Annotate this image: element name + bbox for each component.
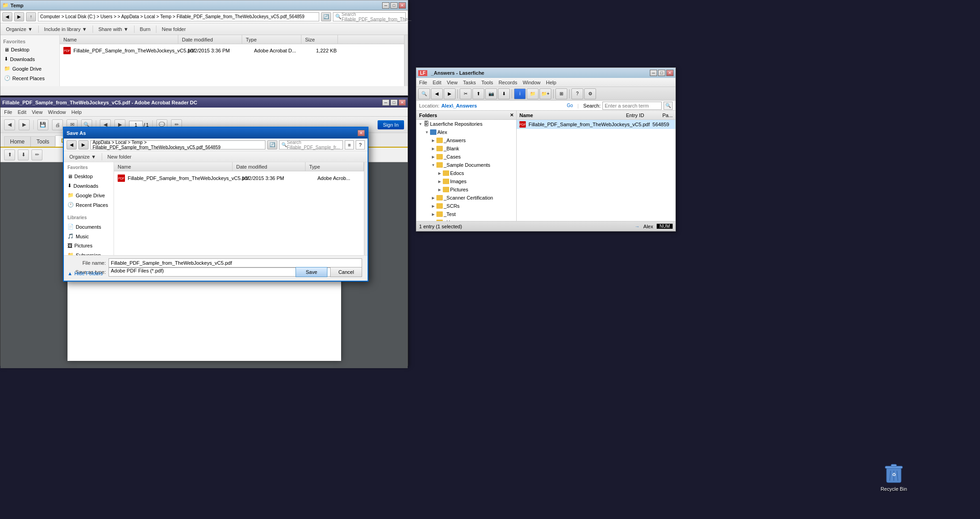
- lf-help-btn[interactable]: ?: [571, 88, 583, 99]
- dialog-sidebar-pictures[interactable]: 🖼 Pictures: [64, 241, 114, 250]
- dialog-sidebar-subversion[interactable]: 📁 Subversion: [64, 250, 114, 255]
- dialog-file-item[interactable]: PDF Fillable_PDF_Sample_from_TheWebJocke…: [116, 173, 362, 183]
- menu-help[interactable]: Help: [71, 109, 82, 115]
- lf-maximize-btn[interactable]: □: [658, 70, 665, 76]
- lf-images-item[interactable]: ▶ Images: [416, 177, 516, 185]
- lf-users-item[interactable]: ▶ _Users: [416, 218, 516, 221]
- burn-btn[interactable]: Burn: [138, 26, 152, 33]
- explorer-scrollbar[interactable]: [404, 35, 408, 86]
- lf-search-go-btn[interactable]: 🔍: [664, 102, 673, 110]
- lf-scanner-item[interactable]: ▶ _Scanner Certification: [416, 194, 516, 202]
- lf-folders-close-btn[interactable]: ✕: [510, 113, 513, 118]
- lf-search-btn[interactable]: 🔍: [418, 88, 430, 99]
- tab-home[interactable]: Home: [4, 136, 31, 147]
- lf-go-btn[interactable]: Go: [567, 103, 573, 108]
- menu-file[interactable]: File: [4, 109, 12, 115]
- dialog-cancel-btn[interactable]: Cancel: [330, 267, 362, 277]
- lf-repo-item[interactable]: ▼ 🗄 Laserfiche Repositories: [416, 120, 516, 128]
- lf-menu-tools[interactable]: Tools: [481, 80, 493, 85]
- dialog-organize-btn[interactable]: Organize ▼: [67, 153, 98, 160]
- sidebar-downloads[interactable]: ⬇ Downloads: [0, 54, 59, 64]
- dialog-refresh-btn[interactable]: 🔄: [267, 140, 277, 149]
- acrobat-close-btn[interactable]: ✕: [399, 99, 406, 106]
- file-item[interactable]: PDF Fillable_PDF_Sample_from_TheWebJocke…: [62, 46, 402, 55]
- explorer-up-btn[interactable]: ↑: [26, 12, 36, 21]
- sidebar-desktop[interactable]: 🖥 Desktop: [0, 45, 59, 54]
- explorer-forward-btn[interactable]: ▶: [14, 12, 24, 21]
- lf-content-file-item[interactable]: PDF Fillable_PDF_Sample_from_TheWebJocke…: [517, 120, 675, 129]
- explorer-refresh-btn[interactable]: 🔄: [321, 12, 331, 21]
- lf-info-btn[interactable]: i: [514, 88, 526, 99]
- lf-scrs-item[interactable]: ▶ _SCRs: [416, 202, 516, 210]
- dialog-back-btn[interactable]: ◀: [67, 140, 77, 149]
- dialog-forward-btn[interactable]: ▶: [78, 140, 88, 149]
- lf-export-btn[interactable]: 📷: [485, 88, 497, 99]
- dialog-help-btn[interactable]: ?: [356, 140, 365, 149]
- lf-forward-btn[interactable]: ▶: [444, 88, 456, 99]
- sidebar-recent-places[interactable]: 🕐 Recent Places: [0, 73, 59, 83]
- dialog-filename-input[interactable]: [109, 258, 362, 267]
- explorer-minimize-btn[interactable]: ─: [382, 2, 389, 9]
- include-library-btn[interactable]: Include in library ▼: [42, 26, 89, 33]
- dialog-scrollbar[interactable]: [364, 162, 368, 255]
- lf-menu-window[interactable]: Window: [523, 80, 540, 85]
- explorer-back-btn[interactable]: ◀: [2, 12, 12, 21]
- share-with-btn[interactable]: Share with ▼: [97, 26, 130, 33]
- dialog-sidebar-recent-places[interactable]: 🕐 Recent Places: [64, 200, 114, 210]
- hide-folders-btn[interactable]: ▲ Hide Folders: [67, 271, 103, 276]
- acrobat-minimize-btn[interactable]: ─: [382, 99, 389, 106]
- lf-sample-docs-item[interactable]: ▼ _Sample Documents: [416, 161, 516, 169]
- lf-download-btn[interactable]: ⬇: [498, 88, 510, 99]
- sidebar-google-drive[interactable]: 📁 Google Drive: [0, 64, 59, 73]
- subtoolbar-btn1[interactable]: ⬆: [4, 149, 15, 160]
- dialog-sidebar-desktop[interactable]: 🖥 Desktop: [64, 172, 114, 181]
- lf-search-input[interactable]: [602, 102, 662, 110]
- dialog-close-btn[interactable]: ✕: [358, 130, 365, 136]
- toolbar-forward-btn[interactable]: ▶: [19, 119, 30, 130]
- lf-menu-tasks[interactable]: Tasks: [463, 80, 476, 85]
- toolbar-print-btn[interactable]: 🖨: [52, 119, 63, 130]
- toolbar-save-btn[interactable]: 💾: [37, 119, 48, 130]
- explorer-maximize-btn[interactable]: □: [390, 2, 398, 9]
- menu-edit[interactable]: Edit: [18, 109, 26, 115]
- lf-menu-edit[interactable]: Edit: [433, 80, 441, 85]
- sign-in-button[interactable]: Sign In: [378, 120, 404, 129]
- lf-cases-item[interactable]: ▶ _Cases: [416, 153, 516, 161]
- dialog-save-btn[interactable]: Save: [296, 267, 327, 277]
- lf-folder-btn[interactable]: 📁: [527, 88, 539, 99]
- lf-menu-records[interactable]: Records: [498, 80, 517, 85]
- dialog-search-box[interactable]: 🔍 Search Fillable_PDF_Sample_fr...: [279, 140, 343, 149]
- explorer-address-path[interactable]: Computer > Local Disk (C:) > Users > > A…: [38, 12, 319, 21]
- lf-test-item[interactable]: ▶ _Test: [416, 210, 516, 218]
- explorer-close-btn[interactable]: ✕: [399, 2, 406, 9]
- lf-menu-help[interactable]: Help: [546, 80, 556, 85]
- lf-close-btn[interactable]: ✕: [666, 70, 674, 76]
- lf-menu-file[interactable]: File: [419, 80, 427, 85]
- toolbar-back-btn[interactable]: ◀: [4, 119, 15, 130]
- dialog-sidebar-downloads[interactable]: ⬇ Downloads: [64, 181, 114, 190]
- subtoolbar-btn2[interactable]: ⬇: [18, 149, 29, 160]
- new-folder-btn[interactable]: New folder: [160, 26, 188, 33]
- dialog-sidebar-google-drive[interactable]: 📁 Google Drive: [64, 190, 114, 200]
- lf-blank-item[interactable]: ▶ _Blank: [416, 144, 516, 153]
- organize-btn[interactable]: Organize ▼: [4, 26, 35, 33]
- lf-grid-btn[interactable]: ⊞: [555, 88, 567, 99]
- lf-new-folder-btn[interactable]: 📁+: [539, 88, 551, 99]
- lf-answers-item[interactable]: ▶ _Answers: [416, 136, 516, 144]
- lf-settings-btn[interactable]: ⚙: [584, 88, 596, 99]
- lf-back-btn[interactable]: ◀: [431, 88, 443, 99]
- dialog-sidebar-music[interactable]: 🎵 Music: [64, 231, 114, 241]
- dialog-new-folder-btn[interactable]: New folder: [106, 153, 134, 160]
- menu-view[interactable]: View: [32, 109, 43, 115]
- menu-window[interactable]: Window: [48, 109, 66, 115]
- lf-edocs-item[interactable]: ▶ Edocs: [416, 169, 516, 177]
- lf-menu-view[interactable]: View: [447, 80, 458, 85]
- dialog-sidebar-documents[interactable]: 📄 Documents: [64, 222, 114, 231]
- lf-pictures-item[interactable]: ▶ Pictures: [416, 185, 516, 194]
- recycle-bin[interactable]: ♻ Recycle Bin: [881, 462, 907, 492]
- subtoolbar-btn3[interactable]: ✏: [31, 149, 42, 160]
- explorer-search-box[interactable]: 🔍 Search Fillable_PDF_Sample_from_The...: [333, 12, 406, 21]
- tab-tools[interactable]: Tools: [31, 136, 55, 147]
- dialog-view-options-btn[interactable]: ≡: [345, 140, 354, 149]
- lf-alex-item[interactable]: ▼ Alex: [416, 128, 516, 136]
